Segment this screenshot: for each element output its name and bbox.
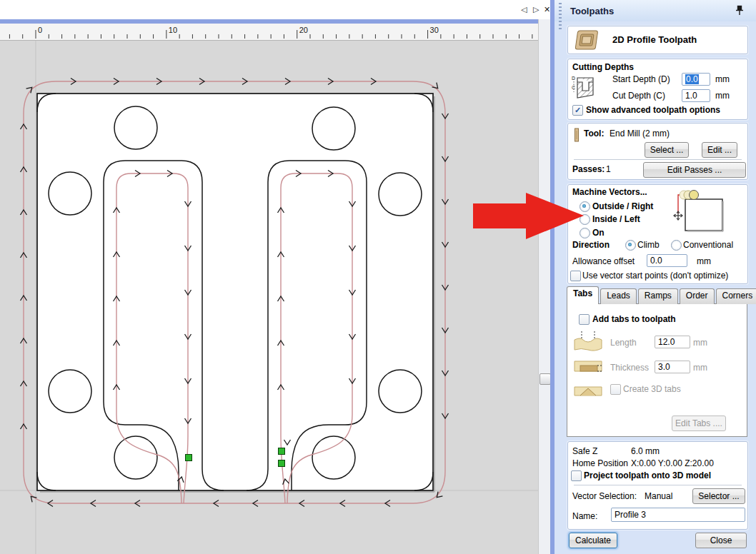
close-view-icon[interactable]: ✕: [544, 5, 550, 14]
horizontal-ruler: 0102030: [0, 24, 538, 41]
cutting-depths-icon: D C: [571, 71, 595, 105]
next-view-tab-icon[interactable]: ▷: [533, 5, 539, 14]
tab-tabs[interactable]: Tabs: [567, 286, 599, 304]
direction-label: Direction: [572, 240, 610, 250]
tab-length-label: Length: [610, 338, 637, 348]
part-drawing: [0, 41, 538, 554]
conventional-label: Conventional: [683, 240, 733, 250]
inside-left-radio[interactable]: [580, 214, 590, 225]
create-3d-tabs-label: Create 3D tabs: [623, 384, 681, 394]
profile-toolpath-icon: [574, 29, 600, 51]
passes-label: Passes:: [572, 164, 605, 174]
canvas-area: ◁ ▷ ✕ 0102030: [0, 0, 551, 554]
tab-order[interactable]: Order: [680, 288, 715, 304]
tab-corners[interactable]: Corners: [716, 288, 756, 304]
toolpath-title-box: 2D Profile Toolpath: [567, 26, 748, 54]
toolpath-title: 2D Profile Toolpath: [612, 34, 697, 45]
vector-selection-label: Vector Selection:: [572, 491, 637, 501]
start-depth-label: Start Depth (D): [612, 74, 670, 84]
add-tabs-checkbox[interactable]: [579, 314, 590, 325]
name-input[interactable]: Profile 3: [611, 508, 745, 522]
tabs-strip: Tabs Leads Ramps Order Corners: [567, 288, 756, 304]
position-box-divider: [574, 485, 742, 485]
machine-vectors-diagram: [668, 186, 725, 235]
vector-selection-value: Manual: [645, 491, 672, 501]
outside-right-label: Outside / Right: [592, 201, 653, 211]
tool-value: End Mill (2 mm): [610, 129, 670, 138]
position-box: Safe Z 6.0 mm Home Position X:0.00 Y:0.0…: [567, 441, 748, 530]
tab-length-input[interactable]: 12.0: [655, 336, 690, 348]
conventional-radio[interactable]: [671, 240, 682, 251]
allowance-offset-input[interactable]: 0.0: [647, 254, 687, 267]
outside-right-radio[interactable]: [580, 201, 590, 212]
svg-text:20: 20: [299, 26, 308, 34]
tabs-content-box: Add tabs to toolpath Length 12.0 mm Thic…: [567, 303, 747, 437]
edit-passes-button[interactable]: Edit Passes ...: [643, 162, 746, 178]
home-position-label: Home Position: [572, 458, 628, 468]
panel-title: Toolpaths: [570, 6, 614, 16]
move-cursor-icon: [674, 211, 682, 220]
on-label: On: [592, 228, 605, 238]
tool-edit-button[interactable]: Edit ...: [702, 142, 737, 158]
tool-box: Tool: End Mill (2 mm) Select ... Edit ..…: [567, 123, 748, 180]
edit-tabs-button[interactable]: Edit Tabs ....: [672, 416, 726, 431]
advanced-options-label: Show advanced toolpath options: [586, 105, 720, 115]
machine-vectors-box: Machine Vectors... Outside / Right Insid…: [567, 184, 748, 284]
tab-length-unit: mm: [693, 338, 707, 348]
tab-length-icon: [573, 330, 603, 354]
cut-depth-unit: mm: [715, 91, 730, 101]
svg-text:0: 0: [38, 26, 42, 34]
allowance-offset-label: Allowance offset: [572, 256, 635, 266]
ruler-ticks: 0102030: [0, 24, 538, 40]
tab-thickness-label: Thickness: [610, 363, 649, 373]
start-depth-unit: mm: [715, 74, 730, 84]
project-toolpath-checkbox[interactable]: [571, 470, 582, 481]
machine-vectors-title: Machine Vectors...: [572, 187, 647, 197]
advanced-options-checkbox[interactable]: ✓: [572, 105, 583, 116]
pin-icon[interactable]: [735, 5, 745, 16]
application-window: ◁ ▷ ✕ 0102030: [0, 0, 756, 554]
panel-grip-dots: [559, 3, 562, 31]
tab-thickness-unit: mm: [693, 363, 707, 373]
tool-icon: [573, 128, 580, 142]
tab-ramps[interactable]: Ramps: [638, 288, 678, 304]
view-topbar: ◁ ▷ ✕: [0, 0, 551, 19]
toolpaths-panel: Toolpaths 2D Profile Toolpath: [554, 0, 756, 554]
home-position-value: X:0.00 Y:0.00 Z:20.00: [631, 458, 714, 468]
on-radio[interactable]: [580, 228, 590, 238]
name-label: Name:: [572, 511, 597, 521]
inside-left-label: Inside / Left: [592, 214, 640, 224]
splitter-grip-button[interactable]: [539, 373, 551, 385]
calculate-button[interactable]: Calculate: [569, 533, 617, 548]
close-button[interactable]: Close: [695, 533, 747, 548]
vector-start-points-checkbox[interactable]: [570, 271, 581, 281]
prev-view-tab-icon[interactable]: ◁: [521, 5, 527, 14]
create-3d-tabs-checkbox[interactable]: [610, 384, 621, 395]
cutting-depths-box: Cutting Depths D C Start Depth (D) 0.0 m…: [567, 59, 748, 120]
selector-button[interactable]: Selector ...: [692, 488, 745, 504]
project-toolpath-label: Project toolpath onto 3D model: [584, 470, 711, 480]
panel-header: Toolpaths: [554, 0, 756, 21]
panel-splitter[interactable]: [538, 19, 551, 554]
allowance-offset-unit: mm: [697, 256, 711, 266]
start-depth-input[interactable]: 0.0: [682, 73, 710, 86]
passes-value: 1: [606, 164, 611, 174]
add-tabs-label: Add tabs to toolpath: [592, 314, 676, 324]
tool-label: Tool:: [584, 129, 604, 138]
tab-thickness-icon: [573, 357, 603, 376]
tool-box-divider: [574, 159, 742, 160]
climb-radio[interactable]: [625, 240, 636, 251]
vector-start-points-label: Use vector start points (don't optimize): [582, 271, 728, 281]
svg-text:10: 10: [169, 26, 177, 34]
safe-z-value: 6.0 mm: [631, 446, 660, 456]
tab-thickness-input[interactable]: 3.0: [655, 361, 690, 373]
drawing-canvas[interactable]: [0, 41, 538, 554]
material-outline[interactable]: [37, 94, 433, 490]
safe-z-label: Safe Z: [572, 446, 597, 456]
climb-label: Climb: [637, 240, 660, 250]
cut-depth-label: Cut Depth (C): [612, 91, 665, 101]
tool-select-button[interactable]: Select ...: [645, 142, 689, 158]
create-3d-tabs-icon: [573, 381, 603, 398]
tab-leads[interactable]: Leads: [600, 288, 637, 304]
cut-depth-input[interactable]: 1.0: [682, 89, 710, 102]
